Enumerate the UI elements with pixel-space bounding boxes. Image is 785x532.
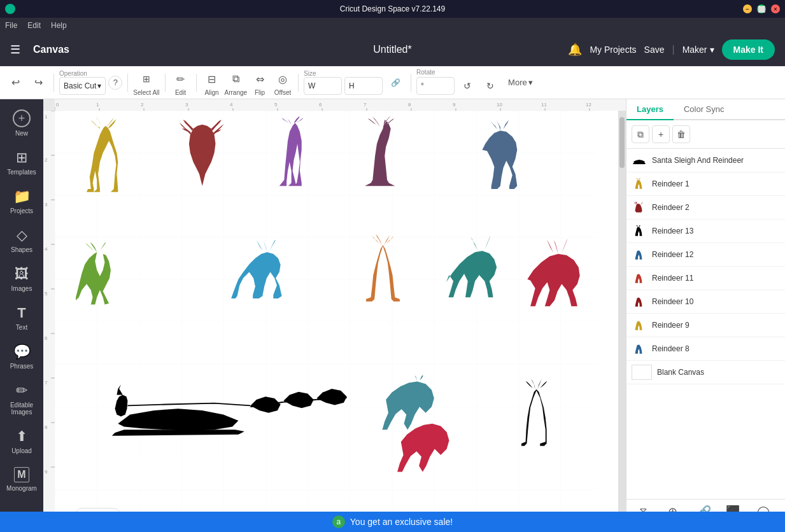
align-group: ⊟ Align xyxy=(202,69,222,96)
layer-thumb-reindeer-11 xyxy=(632,270,647,286)
tab-color-sync[interactable]: Color Sync xyxy=(674,99,735,120)
layer-item-reindeer-1[interactable]: Reindeer 1 xyxy=(626,172,785,196)
make-it-button[interactable]: Make It xyxy=(722,39,775,60)
layer-name-reindeer-2: Reindeer 2 xyxy=(652,203,690,212)
layer-item-reindeer-13[interactable]: Reindeer 13 xyxy=(626,220,785,243)
phrases-icon: 💬 xyxy=(13,344,31,360)
layer-item-reindeer-2[interactable]: Reindeer 2 xyxy=(626,196,785,220)
canvas-area[interactable]: 0 1 2 3 4 5 6 7 8 9 10 xyxy=(43,99,626,532)
sidebar-item-text[interactable]: T Text xyxy=(3,300,41,336)
top-nav-right: 🔔 My Projects Save | Maker ▾ Make It xyxy=(568,39,775,60)
panel-duplicate-button[interactable]: ⧉ xyxy=(632,125,649,143)
layer-item-reindeer-12[interactable]: Reindeer 12 xyxy=(626,243,785,267)
menu-edit[interactable]: Edit xyxy=(27,21,41,30)
select-all-label: Select All xyxy=(133,89,159,96)
canvas-content[interactable]: − 100% + xyxy=(55,111,626,532)
sidebar-item-images[interactable]: 🖼 Images xyxy=(3,261,41,297)
maximize-button[interactable]: ⬜ xyxy=(757,4,766,13)
svg-text:4: 4 xyxy=(230,102,233,108)
more-button[interactable]: More ▾ xyxy=(503,75,538,90)
toolbar-separator-1 xyxy=(53,74,54,92)
operation-group: Operation Basic Cut ▾ xyxy=(59,70,106,95)
offset-icon-button[interactable]: ◎ xyxy=(272,69,293,89)
main-layout: + New ⊞ Templates 📁 Projects ◇ Shapes 🖼 … xyxy=(0,99,785,532)
maker-selector[interactable]: Maker ▾ xyxy=(682,45,714,55)
layer-name-santa-sleigh: Santa Sleigh And Reindeer xyxy=(652,156,744,165)
ruler-left: 1 2 3 4 5 6 7 8 9 xyxy=(43,111,55,532)
layer-name-reindeer-11: Reindeer 11 xyxy=(652,274,693,283)
hamburger-menu[interactable]: ☰ xyxy=(10,43,20,57)
menu-file[interactable]: File xyxy=(5,21,17,30)
svg-text:6: 6 xyxy=(45,335,48,341)
minimize-button[interactable]: − xyxy=(743,4,752,13)
app-logo xyxy=(5,4,15,14)
sidebar-item-editable-images[interactable]: ✏ Editable Images xyxy=(3,377,41,421)
toolbar-separator-4 xyxy=(196,74,197,92)
select-all-icon-button[interactable]: ⊞ xyxy=(136,69,157,89)
shapes-icon: ◇ xyxy=(17,227,27,244)
panel-tabs: Layers Color Sync xyxy=(626,99,785,120)
sidebar-item-templates[interactable]: ⊞ Templates xyxy=(3,144,41,181)
layer-item-reindeer-10[interactable]: Reindeer 10 xyxy=(626,290,785,314)
sidebar-item-monogram[interactable]: M Monogram xyxy=(3,462,41,497)
layer-name-blank-canvas: Blank Canvas xyxy=(657,368,704,377)
layer-name-reindeer-12: Reindeer 12 xyxy=(652,250,693,259)
help-button[interactable]: ? xyxy=(108,76,122,90)
scrollbar-thumb[interactable] xyxy=(619,117,625,168)
rotate-ccw-button[interactable]: ↺ xyxy=(457,76,477,96)
layer-item-reindeer-8[interactable]: Reindeer 8 xyxy=(626,337,785,361)
sale-banner[interactable]: a You get an exclusive sale! xyxy=(0,512,785,532)
svg-text:5: 5 xyxy=(274,102,278,108)
svg-point-49 xyxy=(537,416,541,419)
sidebar-item-projects[interactable]: 📁 Projects xyxy=(3,183,41,220)
redo-button[interactable]: ↪ xyxy=(28,73,48,93)
toolbar: ↩ ↪ Operation Basic Cut ▾ ? ⊞ Select All… xyxy=(0,66,785,99)
layer-item-reindeer-9[interactable]: Reindeer 9 xyxy=(626,314,785,337)
menu-help[interactable]: Help xyxy=(51,21,67,30)
close-button[interactable]: × xyxy=(771,4,780,13)
undo-button[interactable]: ↩ xyxy=(5,73,25,93)
panel-delete-button[interactable]: 🗑 xyxy=(672,125,690,143)
panel-header: ⧉ + 🗑 xyxy=(626,120,785,149)
layer-thumb-reindeer-13 xyxy=(632,223,647,239)
canvas-scrollbar[interactable] xyxy=(618,111,626,532)
svg-text:1: 1 xyxy=(45,114,48,120)
layer-name-reindeer-13: Reindeer 13 xyxy=(652,227,693,235)
arrange-group: ⧉ Arrange xyxy=(225,69,248,96)
rotate-input[interactable]: ° xyxy=(416,77,455,95)
app-title: Cricut Design Space v7.22.149 xyxy=(0,4,785,13)
svg-text:3: 3 xyxy=(45,202,48,207)
sidebar-item-phrases[interactable]: 💬 Phrases xyxy=(3,339,41,375)
align-icon-button[interactable]: ⊟ xyxy=(202,69,222,89)
layer-item-reindeer-11[interactable]: Reindeer 11 xyxy=(626,267,785,290)
svg-text:8: 8 xyxy=(408,102,411,108)
offset-label: Offset xyxy=(274,89,292,96)
svg-text:3: 3 xyxy=(185,102,188,108)
sale-icon: a xyxy=(332,515,345,528)
size-w-input[interactable]: W xyxy=(304,77,342,95)
panel-add-button[interactable]: + xyxy=(652,125,670,143)
arrange-icon-button[interactable]: ⧉ xyxy=(225,69,246,89)
menu-bar: File Edit Help xyxy=(0,18,785,33)
save-button[interactable]: Save xyxy=(644,45,665,55)
size-h-input[interactable]: H xyxy=(344,77,383,95)
sidebar-item-editable-images-label: Editable Images xyxy=(5,402,38,416)
my-projects-button[interactable]: My Projects xyxy=(590,45,636,55)
edit-icon-button[interactable]: ✏ xyxy=(171,69,191,89)
sidebar-item-new[interactable]: + New xyxy=(3,104,41,142)
lock-aspect-button[interactable]: 🔗 xyxy=(385,73,406,93)
flip-label: Flip xyxy=(255,89,265,96)
bell-icon[interactable]: 🔔 xyxy=(568,43,582,57)
rotate-cw-button[interactable]: ↻ xyxy=(480,76,500,96)
tab-layers[interactable]: Layers xyxy=(626,99,674,120)
layer-name-reindeer-1: Reindeer 1 xyxy=(652,179,690,188)
flip-icon-button[interactable]: ⇔ xyxy=(250,69,270,89)
layer-item-santa-sleigh[interactable]: Santa Sleigh And Reindeer xyxy=(626,149,785,172)
sidebar-item-upload[interactable]: ⬆ Upload xyxy=(3,423,41,459)
edit-group: ✏ Edit xyxy=(171,69,191,96)
layer-item-blank-canvas[interactable]: Blank Canvas xyxy=(626,361,785,384)
sidebar-item-shapes[interactable]: ◇ Shapes xyxy=(3,222,41,258)
layer-thumb-reindeer-12 xyxy=(632,247,647,262)
operation-dropdown[interactable]: Basic Cut ▾ xyxy=(59,77,106,95)
select-all-group: ⊞ Select All xyxy=(133,69,159,96)
